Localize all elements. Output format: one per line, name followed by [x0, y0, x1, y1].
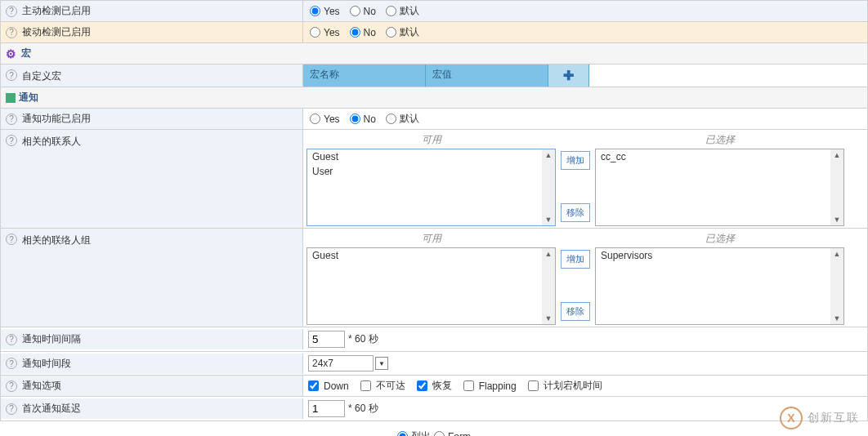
footer-actions: 列出 Form 保存 重设	[0, 421, 868, 436]
scrollbar[interactable]: ▲ ▼	[542, 149, 555, 225]
passive-check-default-label: 默认	[400, 25, 419, 39]
scrollbar[interactable]: ▲ ▼	[830, 149, 843, 225]
macro-label-cell: ? 自定义宏	[1, 65, 303, 87]
help-icon[interactable]: ?	[6, 27, 17, 38]
option-recovery-checkbox[interactable]	[417, 380, 427, 391]
active-check-value: Yes No 默认	[303, 1, 867, 21]
scroll-down-icon[interactable]: ▼	[834, 216, 841, 224]
timeperiod-label: 通知时间段	[22, 357, 71, 371]
list-item[interactable]: cc_cc	[596, 149, 843, 164]
scroll-down-icon[interactable]: ▼	[545, 216, 553, 224]
passive-check-default-radio[interactable]	[386, 27, 396, 38]
help-icon[interactable]: ?	[6, 403, 17, 415]
interval-input[interactable]	[308, 331, 345, 348]
active-check-default-radio[interactable]	[386, 6, 396, 16]
contact-groups-available-list[interactable]: Guest ▲ ▼	[306, 247, 556, 325]
option-flapping-label: Flapping	[479, 380, 517, 392]
notification-no-radio[interactable]	[350, 113, 360, 124]
contacts-label: 相关的联系人	[22, 135, 81, 149]
macro-value-cell: 宏名称 宏值 ✚	[303, 65, 867, 87]
help-icon[interactable]: ?	[6, 234, 17, 245]
contact-groups-add-button[interactable]: 增加	[561, 250, 590, 269]
interval-label-cell: ? 通知时间间隔	[1, 329, 303, 349]
first-delay-label-cell: ? 首次通知延迟	[1, 398, 303, 419]
timeperiod-select[interactable]: 24x7	[308, 355, 374, 371]
contacts-add-button[interactable]: 增加	[561, 151, 590, 170]
list-item[interactable]: Guest	[307, 149, 555, 164]
first-delay-label: 首次通知延迟	[22, 402, 81, 416]
option-downtime-checkbox[interactable]	[528, 380, 539, 391]
active-check-no-radio[interactable]	[350, 6, 360, 16]
contacts-remove-button[interactable]: 移除	[561, 203, 590, 222]
scroll-up-icon[interactable]: ▲	[545, 151, 553, 159]
options-label: 通知选项	[22, 379, 61, 393]
plus-icon[interactable]: ✚	[563, 69, 574, 82]
contact-groups-row: ? 相关的联络人组 可用 Guest ▲ ▼ 增加 移除 已选择 Supervi…	[0, 229, 868, 327]
passive-check-no-label: No	[364, 27, 376, 38]
chevron-down-icon[interactable]: ▼	[375, 357, 388, 370]
notification-section-header: 通知	[0, 87, 868, 109]
contacts-selected-header: 已选择	[595, 131, 844, 149]
macro-section-title: 宏	[21, 47, 31, 60]
first-delay-suffix: * 60 秒	[348, 402, 378, 416]
notification-default-label: 默认	[400, 112, 419, 126]
passive-check-yes-radio[interactable]	[310, 27, 320, 38]
active-check-label-cell: ? 主动检测已启用	[1, 1, 303, 21]
scroll-down-icon[interactable]: ▼	[545, 314, 553, 323]
scroll-down-icon[interactable]: ▼	[834, 314, 841, 323]
list-item[interactable]: Guest	[307, 248, 555, 263]
timeperiod-label-cell: ? 通知时间段	[1, 354, 303, 374]
interval-suffix: * 60 秒	[348, 332, 378, 346]
macro-label: 自定义宏	[22, 69, 61, 83]
contact-groups-remove-button[interactable]: 移除	[561, 302, 590, 321]
help-icon[interactable]: ?	[6, 69, 17, 81]
scrollbar[interactable]: ▲ ▼	[542, 248, 555, 324]
help-icon[interactable]: ?	[6, 6, 17, 17]
option-flapping-checkbox[interactable]	[463, 380, 474, 391]
notification-enabled-value: Yes No 默认	[303, 109, 867, 129]
first-delay-input[interactable]	[308, 400, 345, 417]
option-down-checkbox[interactable]	[308, 380, 319, 391]
option-unreachable-checkbox[interactable]	[360, 380, 371, 391]
options-row: ? 通知选项 Down 不可达 恢复 Flapping 计划宕机时间	[0, 376, 868, 397]
option-unreachable-label: 不可达	[376, 379, 405, 393]
help-icon[interactable]: ?	[6, 380, 17, 392]
view-list-radio[interactable]	[397, 431, 408, 436]
macro-col-name: 宏名称	[303, 65, 426, 87]
list-item[interactable]: User	[307, 164, 555, 179]
contacts-available-list[interactable]: Guest User ▲ ▼	[306, 149, 556, 226]
macro-row: ? 自定义宏 宏名称 宏值 ✚	[0, 65, 868, 87]
notification-yes-radio[interactable]	[310, 113, 320, 124]
passive-check-value: Yes No 默认	[303, 22, 867, 42]
option-recovery-label: 恢复	[432, 379, 452, 393]
passive-check-no-radio[interactable]	[350, 27, 360, 38]
help-icon[interactable]: ?	[6, 113, 17, 125]
list-item[interactable]: Supervisors	[596, 248, 843, 263]
active-check-yes-radio[interactable]	[310, 6, 320, 16]
contacts-selected-list[interactable]: cc_cc ▲ ▼	[595, 149, 844, 226]
contact-groups-label-cell: ? 相关的联络人组	[1, 229, 303, 327]
scrollbar[interactable]: ▲ ▼	[830, 248, 843, 324]
notification-yes-label: Yes	[324, 113, 340, 125]
contact-groups-label: 相关的联络人组	[22, 234, 91, 247]
option-downtime-label: 计划宕机时间	[544, 379, 602, 393]
scroll-up-icon[interactable]: ▲	[834, 151, 841, 159]
scroll-up-icon[interactable]: ▲	[834, 250, 841, 258]
help-icon[interactable]: ?	[6, 135, 17, 146]
contacts-row: ? 相关的联系人 可用 Guest User ▲ ▼ 增加 移除 已选择 cc_…	[0, 130, 868, 229]
view-form-radio[interactable]	[434, 431, 445, 436]
passive-check-label-cell: ? 被动检测已启用	[1, 22, 303, 42]
interval-row: ? 通知时间间隔 * 60 秒	[0, 327, 868, 352]
contact-groups-selected-list[interactable]: Supervisors ▲ ▼	[595, 247, 844, 325]
notification-icon	[6, 93, 16, 103]
notification-section-title: 通知	[19, 91, 38, 105]
notification-default-radio[interactable]	[386, 113, 396, 124]
watermark-text: 创新互联	[808, 411, 860, 425]
scroll-up-icon[interactable]: ▲	[545, 250, 553, 258]
contact-groups-dual-list: 可用 Guest ▲ ▼ 增加 移除 已选择 Supervisors ▲ ▼	[303, 229, 867, 327]
active-check-default-label: 默认	[400, 4, 419, 18]
notification-enabled-label-cell: ? 通知功能已启用	[1, 109, 303, 129]
timeperiod-row: ? 通知时间段 24x7 ▼	[0, 352, 868, 376]
help-icon[interactable]: ?	[6, 334, 17, 345]
help-icon[interactable]: ?	[6, 358, 17, 369]
